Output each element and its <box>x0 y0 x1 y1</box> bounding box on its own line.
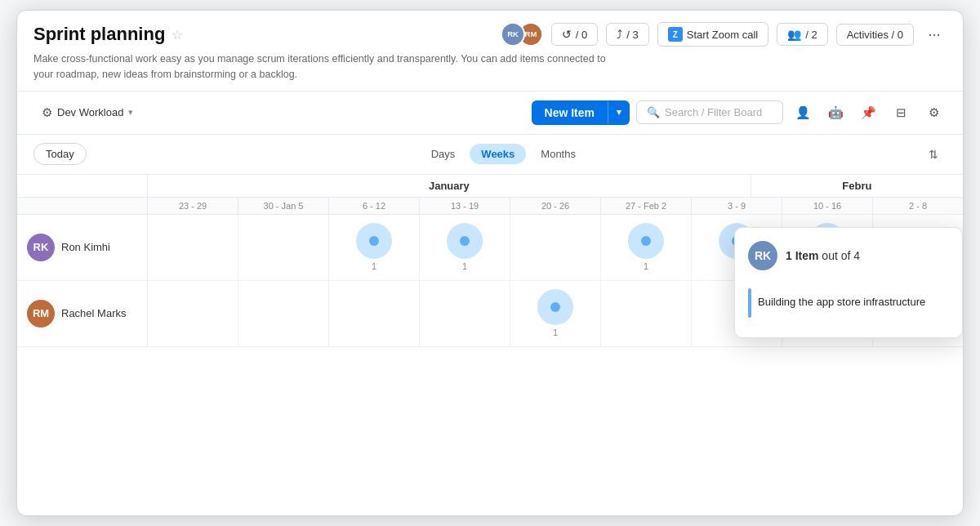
weeks-header: 23 - 29 30 - Jan 5 6 - 12 13 - 19 20 - 2… <box>17 198 963 215</box>
new-item-dropdown-arrow[interactable]: ▾ <box>608 101 630 123</box>
cell-ron-w5[interactable]: 1 <box>601 215 692 280</box>
count-ron-w2: 1 <box>372 261 376 271</box>
users-button[interactable]: 👥 / 2 <box>777 23 827 46</box>
month-february: Febru <box>751 175 963 197</box>
cell-ron-w0[interactable] <box>148 215 238 280</box>
dot-ron-w5[interactable] <box>628 223 664 259</box>
robot-icon: 🤖 <box>828 105 844 120</box>
workload-label: Dev Workload <box>57 106 123 118</box>
tab-months[interactable]: Months <box>529 144 587 164</box>
cell-rachel-w3[interactable] <box>420 281 510 346</box>
calendar-body: RK Ron Kimhi 1 1 1 <box>17 215 963 516</box>
header-actions: RK RM ↺ / 0 ⤴ / 3 Z <box>501 22 947 47</box>
iteration-count: / 0 <box>576 29 587 41</box>
zoom-label: Start Zoom call <box>687 29 758 41</box>
pin-filter-button[interactable]: 📌 <box>855 100 881 126</box>
toolbar-right: New Item ▾ 🔍 Search / Filter Board 👤 🤖 📌… <box>532 100 947 126</box>
zoom-icon: Z <box>668 27 683 42</box>
view-tabs: Days Weeks Months <box>420 144 587 164</box>
sort-icon: ⇅ <box>929 148 938 161</box>
cell-ron-w4[interactable] <box>510 215 601 280</box>
week-header-6: 3 - 9 <box>692 198 782 214</box>
users-count: / 2 <box>805 29 817 41</box>
cell-ron-w1[interactable] <box>238 215 329 280</box>
week-header-5: 27 - Feb 2 <box>601 198 692 214</box>
view-controls-right: ⇅ <box>920 141 947 167</box>
share-count: / 3 <box>626 29 638 41</box>
months-container: January Febru <box>148 175 963 197</box>
today-button[interactable]: Today <box>33 143 87 165</box>
week-header-4: 20 - 26 <box>510 198 601 214</box>
zoom-button[interactable]: Z Start Zoom call <box>657 22 768 47</box>
settings-button[interactable]: ⚙ <box>920 100 947 126</box>
avatar-ron-cell: RK <box>27 234 55 261</box>
today-label: Today <box>46 148 74 160</box>
person-col-week-spacer <box>17 198 148 214</box>
sort-button[interactable]: ⇅ <box>920 141 947 167</box>
new-item-button[interactable]: New Item ▾ <box>532 100 630 125</box>
filter-button[interactable]: ⊟ <box>888 100 914 126</box>
cell-ron-w3[interactable]: 1 <box>420 215 510 280</box>
week-header-3: 13 - 19 <box>420 198 510 214</box>
search-icon: 🔍 <box>647 106 660 118</box>
person-col-header <box>17 175 148 197</box>
dot-ron-w3[interactable] <box>447 223 483 259</box>
popup-item[interactable]: Building the app store infrastructure <box>748 282 949 324</box>
robot-filter-button[interactable]: 🤖 <box>822 100 849 126</box>
week-header-7: 10 - 16 <box>782 198 873 214</box>
toolbar: ⚙ Dev Workload ▾ New Item ▾ 🔍 Search / F… <box>17 91 963 135</box>
activities-button[interactable]: Activities / 0 <box>836 24 914 46</box>
search-bar[interactable]: 🔍 Search / Filter Board <box>636 100 783 124</box>
users-icon: 👥 <box>787 28 801 41</box>
popup-overlay: RK 1 Item out of 4 Building the app stor… <box>734 227 963 338</box>
dot-rachel-w4[interactable] <box>537 289 573 325</box>
person-filter-button[interactable]: 👤 <box>790 100 816 126</box>
dot-ron-w2[interactable] <box>356 223 392 259</box>
cell-ron-w2[interactable]: 1 <box>329 215 420 280</box>
app-window: Sprint planning ☆ RK RM ↺ / 0 <box>16 10 964 516</box>
iteration-button[interactable]: ↺ / 0 <box>551 23 598 46</box>
person-name-ron: Ron Kimhi <box>61 241 110 253</box>
person-filter-icon: 👤 <box>795 105 811 120</box>
week-header-1: 30 - Jan 5 <box>238 198 329 214</box>
popup-header: RK 1 Item out of 4 <box>748 241 949 270</box>
settings-icon: ⚙ <box>929 105 939 120</box>
share-button[interactable]: ⤴ / 3 <box>606 23 648 46</box>
count-rachel-w4: 1 <box>553 328 558 337</box>
tab-weeks[interactable]: Weeks <box>470 144 526 164</box>
calendar-area: January Febru 23 - 29 30 - Jan 5 6 - 12 … <box>17 175 963 516</box>
week-header-2: 6 - 12 <box>329 198 420 214</box>
months-header: January Febru <box>17 175 963 198</box>
count-ron-w3: 1 <box>462 261 467 271</box>
months-label: Months <box>541 148 576 160</box>
tab-days[interactable]: Days <box>420 144 467 164</box>
cell-rachel-w0[interactable] <box>148 281 238 346</box>
new-item-label: New Item <box>532 100 608 125</box>
avatar-ron: RK <box>501 22 525 47</box>
cell-rachel-w1[interactable] <box>238 281 329 346</box>
workload-icon: ⚙ <box>42 105 52 120</box>
cell-rachel-w2[interactable] <box>329 281 420 346</box>
avatar-rachel-cell: RM <box>27 300 55 328</box>
title-area: Sprint planning ☆ <box>33 24 183 45</box>
filter-icon: ⊟ <box>896 105 906 120</box>
svg-text:RK: RK <box>507 29 519 38</box>
person-cell-rachel: RM Rachel Marks <box>17 281 148 346</box>
person-cell-ron: RK Ron Kimhi <box>17 215 148 280</box>
week-header-0: 23 - 29 <box>148 198 238 214</box>
weeks-label: Weeks <box>481 148 514 160</box>
page-title: Sprint planning <box>33 24 165 45</box>
search-placeholder: Search / Filter Board <box>665 106 762 118</box>
svg-text:RM: RM <box>524 29 537 38</box>
star-icon[interactable]: ☆ <box>172 27 183 42</box>
workload-selector[interactable]: ⚙ Dev Workload ▾ <box>33 101 141 124</box>
month-january: January <box>148 175 751 197</box>
person-name-rachel: Rachel Marks <box>61 307 126 319</box>
cell-rachel-w4[interactable]: 1 <box>510 281 601 346</box>
popup-item-bar <box>748 288 751 318</box>
popup-count-text: 1 Item out of 4 <box>786 249 860 262</box>
cell-rachel-w5[interactable] <box>601 281 692 346</box>
avatar-group[interactable]: RK RM <box>501 22 543 47</box>
view-controls: Today Days Weeks Months ⇅ <box>17 135 963 175</box>
more-button[interactable]: ··· <box>922 22 947 47</box>
